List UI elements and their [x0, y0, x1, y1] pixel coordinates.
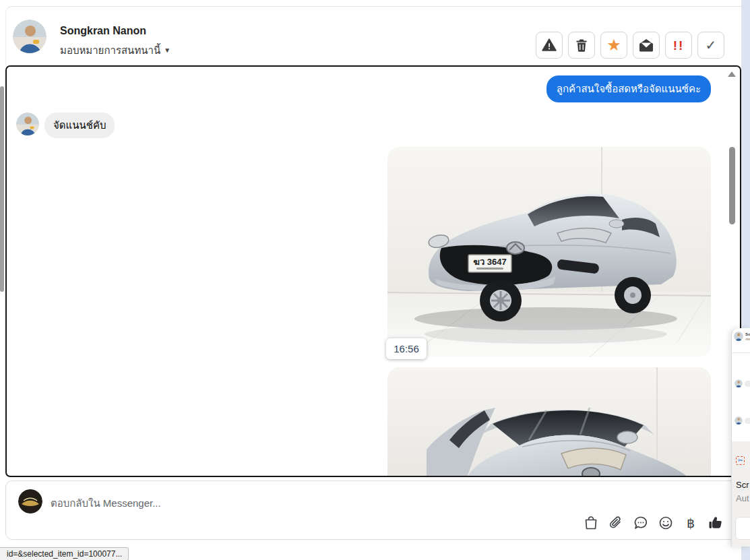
mini-message-row [735, 379, 750, 387]
screenshot-panel-text: Scr [736, 480, 749, 490]
license-plate-text: ฆว 3647 [473, 257, 506, 267]
mark-unread-button[interactable] [633, 32, 660, 59]
mark-important-button[interactable]: !! [665, 32, 692, 59]
incoming-message-row: จัดแนนช์คับ [16, 113, 115, 138]
double-exclamation-icon: !! [673, 39, 685, 52]
trash-icon [575, 38, 588, 52]
contact-name: Songkran Nanon [60, 25, 146, 37]
assign-conversation-dropdown[interactable]: มอบหมายการสนทนานี้▼ [60, 42, 170, 59]
report-button[interactable] [536, 32, 563, 59]
contact-avatar[interactable] [13, 20, 46, 53]
follow-up-button[interactable]: ★ [600, 32, 627, 59]
message-timestamp: 16:56 [386, 338, 427, 359]
paperclip-icon[interactable] [608, 516, 623, 530]
open-envelope-icon [639, 38, 654, 52]
screenshot-panel-button[interactable] [735, 517, 750, 540]
outgoing-message-bubble[interactable]: ลูกค้าสนใจซื้อสดหรือจัดแนนซ์คะ [546, 75, 711, 102]
conversation-toolbar: ★ !! ✓ [536, 32, 724, 59]
car-photo-front-right-image [387, 367, 711, 476]
incoming-message-bubble[interactable]: จัดแนนช์คับ [44, 113, 115, 138]
mini-message-bubble [745, 381, 750, 387]
mini-contact-name: Son [745, 332, 750, 337]
warning-triangle-icon [542, 38, 557, 52]
screenshot-panel-subtext: Aut [736, 493, 749, 503]
composer-actions: ฿ [584, 516, 723, 530]
checkmark-icon: ✓ [706, 38, 717, 52]
emoji-icon[interactable] [658, 516, 673, 530]
mini-message-row [735, 416, 750, 425]
car-photo-front-left-image: ฆว 3647 [387, 147, 711, 357]
car-photo-front-left[interactable]: ฆว 3647 [387, 147, 711, 357]
mark-done-button[interactable]: ✓ [697, 32, 724, 59]
message-thread[interactable]: ลูกค้าสนใจซื้อสดหรือจัดแนนซ์คะ จัดแนนช์ค… [5, 65, 741, 477]
page-avatar-image [18, 489, 42, 514]
snipping-tool-icon: ✂ [736, 456, 745, 465]
reply-input[interactable]: ตอบกลับใน Messenger... [51, 495, 161, 511]
assign-label: มอบหมายการสนทนานี้ [60, 44, 160, 56]
chat-scrollbar-thumb[interactable] [729, 147, 735, 224]
saved-replies-icon[interactable] [633, 516, 648, 530]
shopping-bag-icon[interactable] [584, 516, 598, 530]
customer-avatar-image [16, 113, 39, 135]
baht-payment-icon[interactable]: ฿ [683, 516, 698, 530]
thumbs-up-icon[interactable] [708, 516, 723, 530]
divider [732, 352, 750, 353]
chevron-down-icon: ▼ [164, 46, 170, 54]
mini-panel-header: Son [734, 332, 750, 341]
conversation-header: Songkran Nanon มอบหมายการสนทนานี้▼ ★ [5, 6, 741, 64]
screenshot-tool-panel: ✂ Scr Aut [732, 441, 750, 547]
reply-composer: ตอบกลับใน Messenger... [5, 480, 741, 540]
customer-avatar[interactable] [16, 113, 39, 135]
page-avatar [18, 489, 42, 514]
mini-contact-avatar [734, 332, 743, 341]
contact-avatar-image [13, 20, 46, 53]
license-plate: ฆว 3647 [468, 255, 511, 272]
page-scrollbar-thumb[interactable] [0, 86, 4, 292]
star-icon: ★ [606, 37, 621, 53]
overlapping-chat-preview-panel[interactable]: Son ✂ Scr Aut [731, 328, 750, 547]
mini-contact-subtitle [745, 338, 750, 340]
mini-message-bubble [745, 418, 750, 424]
car-photo-front-right[interactable] [387, 367, 711, 476]
delete-button[interactable] [568, 32, 595, 59]
browser-link-preview: id=&selected_item_id=100077... [0, 547, 129, 560]
chat-scroll-up-arrow[interactable] [728, 71, 736, 77]
